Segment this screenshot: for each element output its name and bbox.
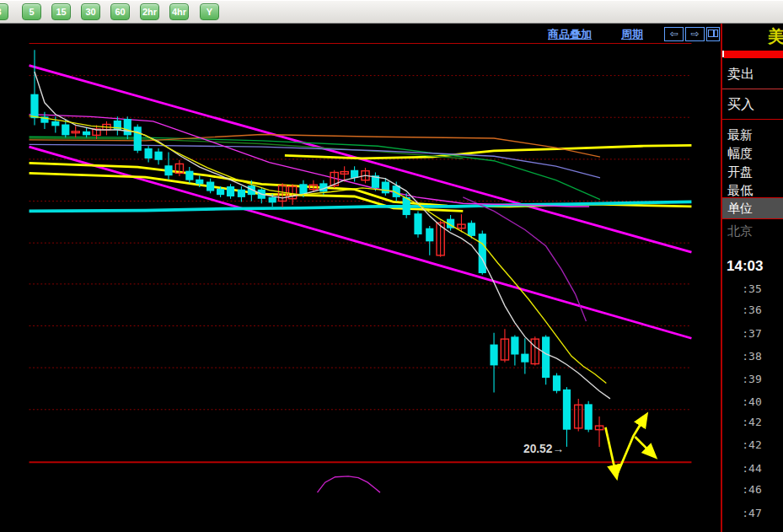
field-range: 幅度 bbox=[722, 144, 783, 163]
sub-indicator bbox=[317, 476, 379, 492]
timeframe-button-15[interactable]: 15 bbox=[51, 3, 71, 20]
indicator-lines bbox=[29, 66, 692, 339]
cyan-step bbox=[29, 202, 692, 211]
timeframe-button-2hr[interactable]: 2hr bbox=[140, 3, 159, 20]
forward-arrow-button[interactable]: ⇨ bbox=[685, 27, 705, 41]
unit-row[interactable]: 单位 bbox=[722, 197, 783, 219]
overlay-link[interactable]: 商品叠加 bbox=[548, 27, 592, 42]
price-change-bar bbox=[724, 51, 783, 58]
beijing-label: 北京 bbox=[722, 222, 783, 240]
timeframe-button-Y[interactable]: Y bbox=[200, 3, 219, 20]
split-window-button[interactable] bbox=[706, 27, 720, 41]
axis-label: :39 bbox=[722, 372, 781, 387]
field-open: 开盘 bbox=[722, 163, 783, 181]
timeframe-button-4hr[interactable]: 4hr bbox=[169, 3, 189, 20]
price-bar-tick bbox=[722, 51, 724, 57]
divider bbox=[722, 89, 783, 89]
axis-label: :42 bbox=[722, 415, 781, 430]
timeframe-toolbar: 351530602hr4hrY bbox=[0, 0, 783, 24]
axis-label: :40 bbox=[722, 395, 781, 410]
candlesticks bbox=[30, 50, 603, 447]
timeframe-button-3[interactable]: 3 bbox=[0, 3, 8, 20]
field-last: 最新 bbox=[722, 126, 783, 144]
axis-label: :35 bbox=[722, 282, 781, 297]
quote-panel: 美 卖出 买入 最新幅度开盘最低 单位 北京 14:03 :35:36:37:3… bbox=[721, 24, 783, 532]
beijing-time: 14:03 bbox=[722, 257, 783, 276]
drawn-arrows[interactable] bbox=[605, 416, 654, 476]
trading-app-window: 351530602hr4hrY 商品叠加 周期 ⇦⇨ 20.52→ 美 卖出 买… bbox=[0, 0, 783, 532]
timeframe-button-60[interactable]: 60 bbox=[110, 3, 130, 20]
axis-label: :46 bbox=[722, 482, 781, 497]
price-chart[interactable]: 20.52→ bbox=[0, 43, 721, 532]
axis-label: :42 bbox=[722, 438, 781, 453]
axis-label: :44 bbox=[722, 461, 781, 476]
axis-label: :37 bbox=[722, 326, 781, 341]
yellow-step-3 bbox=[285, 145, 692, 159]
low-price-label: 20.52→ bbox=[523, 443, 564, 455]
axis-label: :38 bbox=[722, 349, 781, 364]
axis-label: :36 bbox=[722, 303, 781, 318]
period-link[interactable]: 周期 bbox=[621, 27, 643, 42]
back-arrow-button[interactable]: ⇦ bbox=[664, 27, 684, 41]
sell-button[interactable]: 卖出 bbox=[722, 63, 783, 85]
timeframe-button-30[interactable]: 30 bbox=[81, 3, 100, 20]
split-window-icon bbox=[708, 30, 718, 37]
divider bbox=[722, 119, 783, 120]
chart-frame bbox=[29, 43, 692, 462]
timeframe-button-5[interactable]: 5 bbox=[22, 3, 41, 20]
axis-label: :47 bbox=[722, 506, 781, 521]
instrument-name[interactable]: 美 bbox=[768, 25, 783, 48]
chart-header: 商品叠加 周期 ⇦⇨ bbox=[0, 24, 721, 43]
svg-text:20.52→: 20.52→ bbox=[523, 443, 564, 455]
buy-button[interactable]: 买入 bbox=[722, 94, 783, 116]
